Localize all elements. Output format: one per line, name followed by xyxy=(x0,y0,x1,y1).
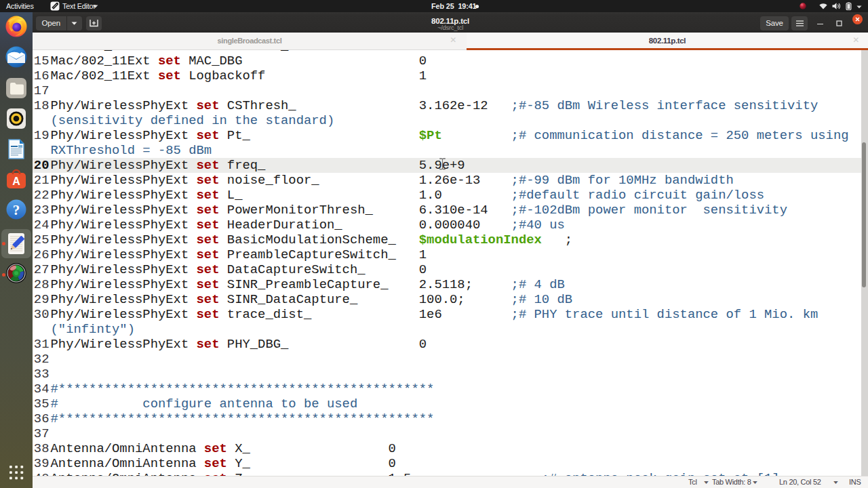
svg-text:?: ? xyxy=(13,202,20,218)
svg-text:A: A xyxy=(12,176,20,187)
